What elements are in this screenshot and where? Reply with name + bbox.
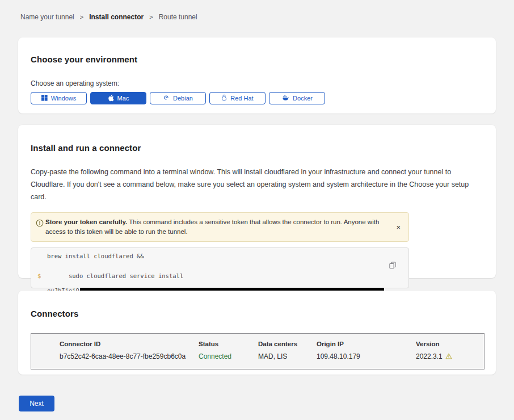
- status-badge: Connected: [199, 352, 258, 360]
- token-warning-banner: Store your token carefully. This command…: [31, 212, 409, 242]
- connectors-table-header: Connector ID Status Data centers Origin …: [60, 341, 484, 347]
- windows-icon: [41, 95, 48, 102]
- breadcrumb-separator: >: [80, 14, 83, 20]
- warning-triangle-icon: [445, 353, 452, 360]
- os-button-mac[interactable]: Mac: [90, 92, 146, 104]
- col-data-centers: Data centers: [258, 341, 317, 347]
- copy-icon[interactable]: [389, 262, 396, 271]
- debian-icon: [163, 94, 170, 102]
- code-line-service-install: $sudo cloudflared service install: [47, 265, 408, 287]
- os-button-label: Windows: [51, 95, 77, 102]
- os-button-label: Debian: [173, 95, 193, 102]
- alert-circle-icon: [36, 219, 44, 230]
- environment-card-title: Choose your environment: [31, 54, 483, 64]
- close-icon[interactable]: ×: [395, 222, 402, 232]
- os-button-docker[interactable]: Docker: [269, 92, 325, 104]
- connectors-table: Connector ID Status Data centers Origin …: [31, 333, 484, 369]
- table-row: b7c52c42-6caa-48ee-8c77-fbe259cb6c0a Con…: [60, 352, 484, 360]
- code-line-brew: brew install cloudflared &&: [47, 253, 408, 260]
- next-button[interactable]: Next: [19, 396, 54, 411]
- col-status: Status: [199, 341, 258, 347]
- breadcrumb: Name your tunnel > Install connector > R…: [20, 13, 197, 21]
- shell-prompt: $: [37, 272, 41, 280]
- apple-icon: [108, 94, 114, 103]
- os-button-label: Docker: [293, 95, 313, 102]
- col-connector-id: Connector ID: [60, 341, 199, 347]
- os-button-redhat[interactable]: Red Hat: [209, 92, 266, 104]
- breadcrumb-name-your-tunnel[interactable]: Name your tunnel: [20, 13, 74, 21]
- breadcrumb-route-tunnel[interactable]: Route tunnel: [159, 13, 197, 21]
- install-description: Copy-paste the following command into a …: [31, 166, 483, 204]
- col-origin-ip: Origin IP: [317, 341, 416, 347]
- breadcrumb-install-connector[interactable]: Install connector: [89, 13, 144, 21]
- breadcrumb-separator: >: [149, 14, 153, 20]
- warning-title: Store your token carefully.: [45, 219, 127, 225]
- docker-icon: [281, 95, 289, 102]
- connectors-card-title: Connectors: [31, 309, 483, 318]
- connector-id-value: b7c52c42-6caa-48ee-8c77-fbe259cb6c0a: [60, 352, 199, 360]
- os-button-label: Mac: [117, 95, 129, 102]
- os-select-label: Choose an operating system:: [31, 79, 483, 87]
- os-button-windows[interactable]: Windows: [31, 92, 87, 104]
- col-version: Version: [416, 341, 484, 347]
- os-button-row: Windows Mac Debian: [31, 92, 483, 104]
- choose-environment-card: Choose your environment Choose an operat…: [18, 37, 496, 114]
- install-command-code-block: brew install cloudflared && $sudo cloudf…: [31, 247, 409, 288]
- os-button-debian[interactable]: Debian: [150, 92, 206, 104]
- version-value: 2022.3.1: [416, 352, 484, 360]
- origin-ip-value: 109.48.10.179: [317, 352, 416, 360]
- connectors-card: Connectors Connector ID Status Data cent…: [18, 291, 496, 375]
- install-connector-card: Install and run a connector Copy-paste t…: [18, 125, 496, 278]
- redhat-icon: [221, 94, 227, 103]
- install-card-title: Install and run a connector: [31, 143, 483, 153]
- data-centers-value: MAD, LIS: [258, 352, 317, 360]
- os-button-label: Red Hat: [230, 95, 253, 102]
